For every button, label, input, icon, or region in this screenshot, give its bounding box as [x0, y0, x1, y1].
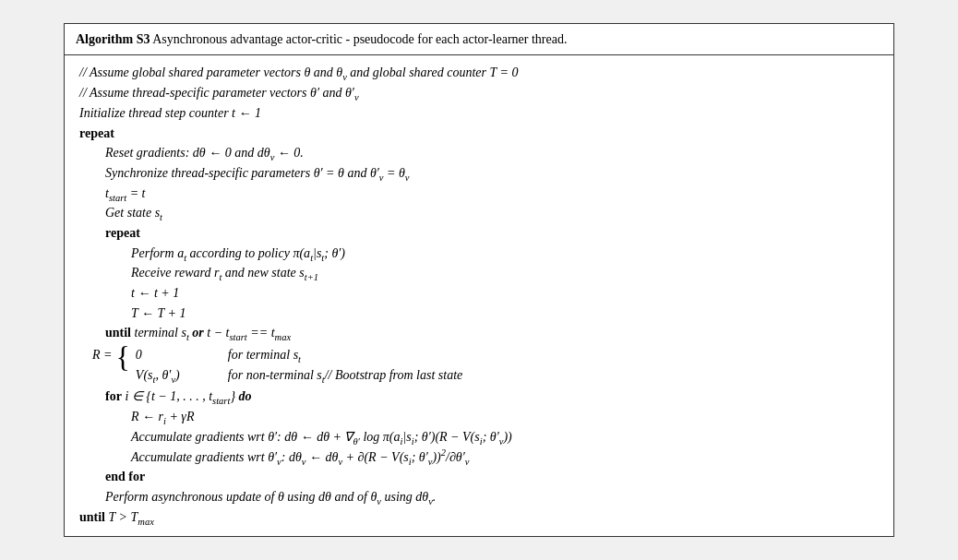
r-case-row-2: V(st, θ′v) for non-terminal st// Bootstr… [136, 365, 462, 386]
comment-line-1: // Assume global shared parameter vector… [79, 63, 879, 83]
async-update-line: Perform asynchronous update of θ using d… [79, 487, 879, 507]
algorithm-header: Algorithm S3 Asynchronous advantage acto… [65, 24, 893, 56]
algorithm-body: // Assume global shared parameter vector… [65, 55, 893, 536]
algorithm-box: Algorithm S3 Asynchronous advantage acto… [64, 23, 894, 538]
r-cases-block: R = { 0 for terminal st V(st, θ′v) for n… [79, 345, 879, 385]
r-case-2-cond: for non-terminal st// Bootstrap from las… [228, 365, 462, 386]
until2-line: until T > Tmax [79, 507, 879, 528]
until1-line: until terminal st or t − tstart == tmax [79, 323, 879, 343]
tstart-line: tstart = t [79, 184, 879, 204]
r-update-line: R ← ri + γR [79, 407, 879, 427]
receive-line: Receive reward rt and new state st+1 [79, 263, 879, 283]
perform-line: Perform at according to policy π(at|st; … [79, 244, 879, 264]
r-case-row-1: 0 for terminal st [136, 345, 462, 365]
reset-grad-line: Reset gradients: dθ ← 0 and dθv ← 0. [79, 143, 879, 163]
init-line: Initialize thread step counter t ← 1 [79, 103, 879, 124]
algorithm-title: Asynchronous advantage actor-critic - ps… [152, 32, 567, 46]
algorithm-label: Algorithm S3 [76, 32, 150, 46]
getstate-line: Get state st [79, 203, 879, 223]
comment-line-2: // Assume thread-specific parameter vect… [79, 83, 879, 103]
accum1-line: Accumulate gradients wrt θ′: dθ ← dθ + ∇… [79, 427, 879, 447]
r-cases: 0 for terminal st V(st, θ′v) for non-ter… [136, 345, 462, 385]
t-update-line: t ← t + 1 [79, 283, 879, 304]
for-line: for i ∈ {t − 1, . . . , tstart} do [79, 387, 879, 407]
sync-line: Synchronize thread-specific parameters θ… [79, 163, 879, 184]
r-case-1-cond: for terminal st [228, 345, 301, 365]
r-case-1-val: 0 [136, 345, 200, 365]
r-case-2-val: V(st, θ′v) [136, 365, 200, 386]
accum2-line: Accumulate gradients wrt θ′v: dθv ← dθv … [79, 447, 879, 468]
r-label: R = [92, 345, 113, 365]
T-update-line: T ← T + 1 [79, 304, 879, 324]
repeat2-line: repeat [79, 223, 879, 244]
end-for-line: end for [79, 467, 879, 487]
repeat1-line: repeat [79, 124, 879, 144]
r-brace: { [116, 341, 130, 374]
